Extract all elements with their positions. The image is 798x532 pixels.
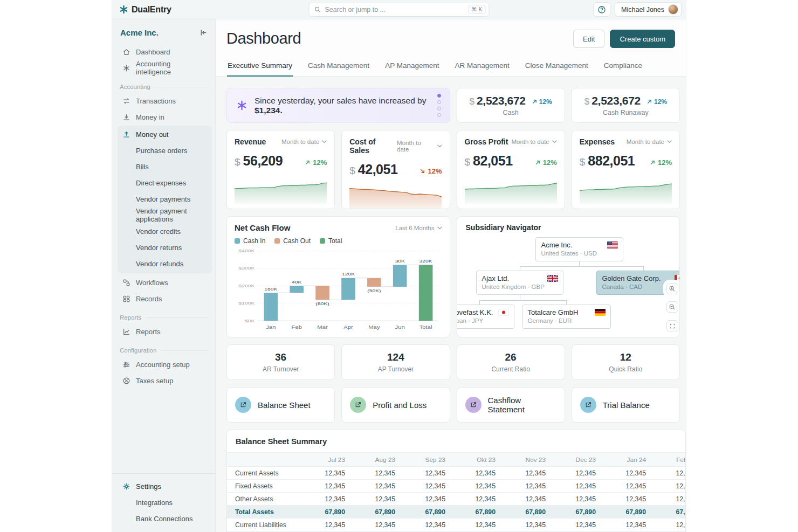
banner-dot-1[interactable]	[437, 94, 441, 98]
metric-value-row: $42,05112%	[349, 162, 442, 177]
report-label: Profit and Loss	[373, 400, 426, 410]
org-node-movefast-k-k-[interactable]: Movefast K.K.Japan · JPY	[457, 305, 514, 329]
sidebar-item-transactions[interactable]: Transactions	[120, 93, 209, 109]
row-label: Total Assets	[227, 506, 302, 519]
tab-compliance[interactable]: Compliance	[603, 57, 643, 77]
cell-value: 12,345	[653, 467, 686, 480]
metric-sparkline-chart	[235, 174, 327, 205]
svg-text:320K: 320K	[419, 259, 432, 264]
sidebar-item-accounting-setup[interactable]: Accounting setup	[120, 356, 209, 372]
sidebar-item-label: Taxes setup	[136, 377, 173, 385]
money-out-icon	[122, 130, 130, 139]
sidebar-item-workflows[interactable]: Workflows	[120, 274, 209, 291]
balance-sheet-summary-title: Balance Sheet Summary	[227, 437, 685, 452]
tab-close-management[interactable]: Close Management	[525, 57, 589, 77]
cell-value: 12,345	[653, 519, 686, 531]
arrow-up-right-icon	[535, 160, 541, 165]
period-selector[interactable]: Last 6 Months	[395, 225, 442, 231]
tab-ap-management[interactable]: AP Management	[384, 57, 439, 77]
period-selector[interactable]: Month to date	[627, 139, 672, 145]
help-button[interactable]	[593, 2, 610, 17]
sidebar-subitem-vendor-payments[interactable]: Vendor payments	[120, 191, 210, 207]
sidebar-subitem-bills[interactable]: Bills	[120, 158, 210, 175]
metric-delta-value: 12%	[428, 167, 442, 175]
sidebar-item-integrations[interactable]: Integrations	[120, 494, 209, 510]
sidebar-subitem-direct-expenses[interactable]: Direct expenses	[120, 175, 210, 191]
svg-text:Total: Total	[419, 324, 432, 329]
report-link-cashflow-statement[interactable]: Cashflow Statement	[457, 387, 565, 423]
arrow-down-right-icon	[419, 168, 425, 174]
arrow-up-right-icon	[650, 160, 656, 165]
sidebar-item-taxes-setup[interactable]: Taxes setup	[120, 372, 209, 389]
fullscreen-button[interactable]	[666, 320, 678, 331]
table-header-row: Jul 23Aug 23Sep 23Okt 23Nov 23Dec 23Jan …	[227, 453, 686, 467]
create-custom-button[interactable]: Create custom	[610, 30, 675, 48]
cell-value: 67,890	[353, 506, 403, 519]
sidebar-subitem-vendor-returns[interactable]: Vendor returns	[120, 239, 210, 255]
org-connector-line	[520, 295, 520, 300]
sidebar-subitem-vendor-credits[interactable]: Vendor credits	[120, 223, 210, 239]
cell-value: 67,890	[603, 506, 653, 519]
period-selector[interactable]: Month to date	[281, 139, 327, 145]
tab-ar-management[interactable]: AR Management	[454, 57, 510, 77]
period-label: Month to date	[627, 139, 664, 145]
cell-value: 12,345	[653, 480, 686, 493]
banner-dot-4[interactable]	[437, 113, 441, 117]
metric-value-row: $882,05112%	[580, 153, 672, 169]
sidebar-item-money-out[interactable]: Money out	[120, 126, 210, 142]
org-switcher[interactable]: Acme Inc.	[120, 28, 159, 37]
kpi-delta-value: 12%	[654, 98, 667, 106]
period-selector[interactable]: Month to date	[397, 140, 442, 153]
sidebar-item-reports[interactable]: Reports	[120, 323, 209, 340]
sidebar-item-records[interactable]: Records	[120, 291, 209, 307]
arrow-up-right-icon	[305, 160, 311, 165]
chart-icon	[122, 327, 130, 336]
user-menu-button[interactable]: Michael Jones	[615, 2, 682, 17]
flag-ca-icon	[675, 275, 680, 282]
sidebar-item-accounting-intelligence[interactable]: Accounting intelligence	[120, 60, 209, 76]
sidebar-item-label: Workflows	[136, 279, 168, 287]
sidebar-item-dashboard[interactable]: Dashboard	[120, 44, 209, 60]
org-node-totalcare-gmbh[interactable]: Totalcare GmbHGermany · EUR	[522, 305, 611, 329]
tab-cash-management[interactable]: Cash Management	[307, 57, 370, 77]
sidebar-item-money-in[interactable]: Money in	[120, 109, 209, 125]
sidebar-subitem-vendor-payment-applications[interactable]: Vendor payment applications	[120, 207, 210, 223]
sidebar-collapse-icon[interactable]	[200, 29, 208, 37]
column-header	[227, 453, 302, 467]
legend-label: Cash In	[243, 237, 265, 245]
balance-sheet-summary-card: Balance Sheet SummaryJul 23Aug 23Sep 23O…	[226, 430, 686, 532]
sidebar-subitem-purchase-orders[interactable]: Purchase orders	[120, 142, 210, 158]
banner-dot-2[interactable]	[437, 100, 441, 104]
tab-executive-summary[interactable]: Executive Summary	[227, 57, 293, 77]
zoom-out-button[interactable]	[666, 301, 678, 313]
sidebar-section-label: Reports	[120, 314, 141, 321]
banner-dot-3[interactable]	[437, 107, 441, 110]
report-link-balance-sheet[interactable]: Balance Sheet	[226, 387, 335, 423]
currency-symbol: $	[235, 156, 240, 168]
report-link-profit-and-loss[interactable]: Profit and Loss	[341, 387, 450, 423]
org-node-name: Ajax Ltd.	[482, 274, 558, 282]
legend-swatch	[320, 238, 325, 244]
search-input[interactable]	[325, 6, 465, 13]
money-in-icon	[122, 113, 130, 121]
sidebar-item-settings[interactable]: Settings	[120, 478, 209, 494]
metric-sparkline-chart	[465, 174, 557, 205]
sidebar-item-bank-connections[interactable]: Bank Connections	[120, 510, 209, 527]
report-link-trial-balance[interactable]: Trial Balance	[572, 387, 680, 423]
global-search[interactable]: ⌘ K	[309, 3, 490, 17]
period-selector[interactable]: Month to date	[511, 139, 556, 145]
column-header: Aug 23	[353, 453, 403, 467]
records-icon	[122, 294, 130, 303]
edit-button[interactable]: Edit	[573, 30, 604, 48]
org-node-ajax-ltd-[interactable]: Ajax Ltd.United Kingdom · GBP	[476, 271, 563, 295]
sidebar-subitem-vendor-refunds[interactable]: Vendor refunds	[120, 255, 210, 272]
search-shortcut-badge: ⌘ K	[468, 5, 485, 14]
org-node-acme-inc-[interactable]: Acme Inc.United States · USD	[535, 237, 623, 261]
subsidiary-navigator-title: Subsidiary Navigator	[466, 223, 671, 232]
zoom-in-button[interactable]	[666, 283, 678, 294]
svg-text:160K: 160K	[264, 287, 277, 292]
svg-text:May: May	[368, 324, 380, 329]
svg-text:$100K: $100K	[239, 301, 255, 306]
table-row-other-assets: Other Assets12,34512,34512,34512,34512,3…	[227, 493, 686, 506]
metric-card-revenue: RevenueMonth to date$56,20912%	[226, 130, 335, 209]
